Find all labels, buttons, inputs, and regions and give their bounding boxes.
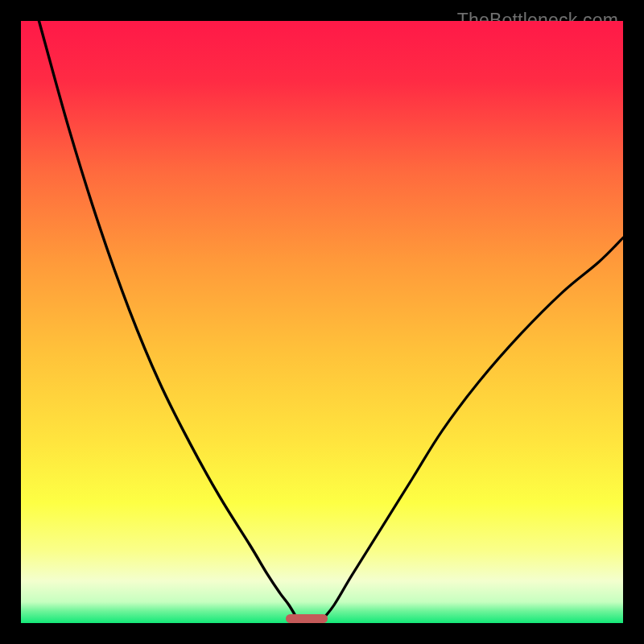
optimal-range-marker	[286, 614, 328, 623]
curve-left-branch	[39, 21, 298, 620]
plot-area	[21, 21, 623, 623]
curve-right-branch	[322, 237, 623, 620]
chart-frame: TheBottleneck.com	[11, 11, 633, 633]
bottleneck-curve	[21, 21, 623, 623]
